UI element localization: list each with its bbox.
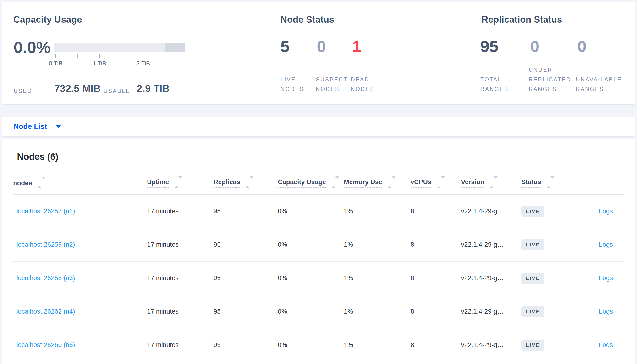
memory-cell: 1% (344, 295, 411, 328)
capacity-bar-other-segment (165, 43, 185, 52)
replicas-cell: 95 (213, 262, 278, 295)
dead-nodes-label: DEAD NODES (351, 75, 381, 94)
node-status-title: Node Status (280, 14, 334, 25)
live-nodes-count: 5 (280, 38, 289, 56)
unavailable-ranges-count: 0 (577, 38, 586, 56)
status-cell: LIVE (521, 328, 579, 362)
capacity-tick (56, 54, 56, 58)
memory-cell: 1% (344, 195, 411, 228)
nodes-table-title: Nodes (6) (17, 152, 635, 162)
capacity-bar (54, 43, 185, 52)
node-link[interactable]: localhost:26262 (n4) (17, 308, 75, 315)
uptime-cell: 17 minutes (147, 328, 213, 362)
version-cell: v22.1.4-29-g… (461, 295, 521, 328)
nodes-table-panel: Nodes (6) nodes Uptime Replicas (2, 138, 635, 364)
capacity-tick-label: 0 TiB (41, 60, 70, 67)
logs-cell: Logs (579, 295, 624, 328)
status-badge: LIVE (521, 273, 544, 284)
replication-status-title: Replication Status (482, 14, 562, 25)
version-cell: v22.1.4-29-g… (461, 228, 521, 262)
capacity-cell: 0% (278, 295, 344, 328)
live-nodes-label: LIVE NODES (280, 75, 310, 94)
capacity-tick (121, 54, 121, 58)
suspect-nodes-count: 0 (317, 38, 326, 56)
capacity-tick (99, 54, 100, 58)
node-link[interactable]: localhost:26259 (n2) (17, 241, 75, 248)
logs-link[interactable]: Logs (599, 208, 613, 215)
uptime-cell: 17 minutes (147, 195, 213, 228)
column-header-logs (579, 171, 624, 195)
column-header-nodes[interactable]: nodes (13, 171, 147, 195)
table-row: localhost:26258 (n3) 17 minutes 95 0% 1%… (13, 262, 624, 295)
replicas-cell: 95 (213, 295, 278, 328)
chevron-down-icon (56, 125, 61, 128)
total-ranges-label: TOTAL RANGES (480, 75, 516, 94)
version-cell: v22.1.4-29-g… (461, 195, 521, 228)
sort-icon (547, 179, 554, 186)
memory-cell: 1% (344, 328, 411, 362)
node-list-dropdown-label: Node List (14, 122, 47, 131)
replicas-cell: 95 (213, 328, 278, 362)
capacity-tick (165, 54, 165, 58)
vcpus-cell: 8 (411, 228, 461, 262)
used-label: USED (14, 86, 32, 96)
replicas-cell: 95 (213, 228, 278, 262)
sort-icon (175, 179, 182, 186)
view-selector-bar: Node List (2, 116, 635, 136)
capacity-percent: 0.0% (14, 38, 51, 56)
logs-link[interactable]: Logs (599, 241, 613, 248)
capacity-tick-label: 2 TiB (129, 60, 158, 67)
capacity-tick-label: 1 TiB (85, 60, 114, 67)
column-header-version[interactable]: Version (461, 171, 521, 195)
node-link[interactable]: localhost:26258 (n3) (17, 274, 75, 282)
logs-link[interactable]: Logs (599, 274, 613, 282)
table-header-row: nodes Uptime Replicas Capacity Usage Mem… (13, 171, 624, 195)
column-header-vcpus[interactable]: vCPUs (411, 171, 461, 195)
status-cell: LIVE (521, 262, 579, 295)
total-ranges-count: 95 (480, 38, 499, 56)
logs-link[interactable]: Logs (599, 341, 613, 348)
version-cell: v22.1.4-29-g… (461, 328, 521, 362)
node-cell: localhost:26260 (n5) (13, 328, 147, 362)
nodes-table: nodes Uptime Replicas Capacity Usage Mem… (13, 171, 624, 362)
sort-icon (388, 179, 396, 186)
node-cell: localhost:26262 (n4) (13, 295, 147, 328)
node-cell: localhost:26259 (n2) (13, 228, 147, 262)
suspect-nodes-label: SUSPECT NODES (316, 75, 355, 94)
table-row: localhost:26260 (n5) 17 minutes 95 0% 1%… (13, 328, 624, 362)
vcpus-cell: 8 (411, 195, 461, 228)
status-cell: LIVE (521, 295, 579, 328)
status-badge: LIVE (521, 239, 544, 250)
column-header-uptime[interactable]: Uptime (147, 171, 213, 195)
node-list-dropdown[interactable]: Node List (14, 122, 61, 131)
capacity-cell: 0% (278, 262, 344, 295)
column-header-capacity-usage[interactable]: Capacity Usage (278, 171, 344, 195)
table-body: localhost:26257 (n1) 17 minutes 95 0% 1%… (13, 195, 624, 362)
table-row: localhost:26257 (n1) 17 minutes 95 0% 1%… (13, 195, 624, 228)
capacity-tick (143, 54, 143, 58)
memory-cell: 1% (344, 228, 411, 262)
vcpus-cell: 8 (411, 262, 461, 295)
under-replicated-ranges-count: 0 (530, 38, 539, 56)
logs-cell: Logs (579, 195, 624, 228)
table-row: localhost:26259 (n2) 17 minutes 95 0% 1%… (13, 228, 624, 262)
status-cell: LIVE (521, 195, 579, 228)
column-header-memory-use[interactable]: Memory Use (344, 171, 411, 195)
status-badge: LIVE (521, 340, 544, 350)
dead-nodes-count: 1 (352, 38, 361, 56)
memory-cell: 1% (344, 262, 411, 295)
column-header-replicas[interactable]: Replicas (213, 171, 278, 195)
node-link[interactable]: localhost:26260 (n5) (17, 341, 75, 348)
status-badge: LIVE (521, 206, 544, 217)
logs-cell: Logs (579, 262, 624, 295)
node-link[interactable]: localhost:26257 (n1) (17, 208, 75, 215)
used-value: 732.5 MiB (54, 83, 101, 94)
logs-link[interactable]: Logs (599, 308, 613, 315)
version-cell: v22.1.4-29-g… (461, 262, 521, 295)
column-header-status[interactable]: Status (521, 171, 579, 195)
vcpus-cell: 8 (411, 295, 461, 328)
unavailable-ranges-label: UNAVAILABLE RANGES (576, 75, 633, 94)
status-cell: LIVE (521, 228, 579, 262)
node-cell: localhost:26258 (n3) (13, 262, 147, 295)
capacity-usage-title: Capacity Usage (14, 14, 82, 25)
